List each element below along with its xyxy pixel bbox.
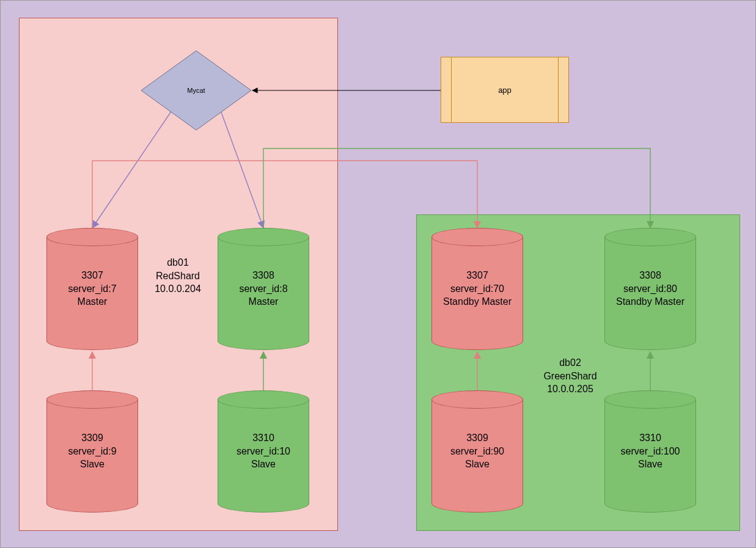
role: Master: [249, 296, 279, 307]
sid: server_id:10: [237, 446, 290, 456]
sid: server_id:90: [450, 446, 504, 456]
db02-ip: 10.0.0.205: [547, 384, 593, 394]
port: 3310: [252, 433, 274, 443]
mycat-label: Mycat: [141, 51, 251, 130]
role: Standby Master: [443, 296, 512, 307]
db-node-3307-standby: 3307 server_id:70 Standby Master: [431, 228, 523, 350]
port: 3309: [466, 433, 488, 443]
db01-ip: 10.0.0.204: [155, 283, 201, 294]
port: 3308: [252, 270, 274, 280]
port: 3308: [639, 270, 661, 280]
db02-label: db02 GreenShard 10.0.0.205: [527, 356, 613, 396]
db-node-3310-slave-b: 3310 server_id:100 Slave: [604, 390, 696, 513]
sid: server_id:70: [450, 283, 504, 294]
app-node: app: [441, 57, 569, 123]
db-node-3309-slave: 3309 server_id:9 Slave: [46, 390, 138, 513]
role: Standby Master: [616, 296, 684, 307]
db01-shard: RedShard: [156, 271, 200, 281]
db01-name: db01: [167, 257, 189, 268]
db-node-3307-master: 3307 server_id:7 Master: [46, 228, 138, 350]
role: Master: [78, 296, 108, 307]
db-node-3308-master: 3308 server_id:8 Master: [218, 228, 309, 350]
port: 3307: [466, 270, 488, 280]
sid: server_id:80: [623, 283, 677, 294]
sid: server_id:7: [68, 283, 116, 294]
role: Slave: [80, 459, 105, 469]
role: Slave: [251, 459, 276, 469]
diagram-canvas: Mycat app db01 RedShard 10.0.0.204 db02 …: [0, 0, 756, 548]
sid: server_id:8: [239, 283, 287, 294]
sid: server_id:100: [621, 446, 680, 456]
db02-name: db02: [559, 357, 581, 368]
mycat-node: Mycat: [141, 51, 251, 130]
db-node-3309-slave-b: 3309 server_id:90 Slave: [431, 390, 523, 513]
port: 3307: [81, 270, 103, 280]
sid: server_id:9: [68, 446, 116, 456]
app-label: app: [441, 57, 568, 122]
db02-shard: GreenShard: [543, 371, 596, 381]
port: 3309: [81, 433, 103, 443]
db-node-3310-slave: 3310 server_id:10 Slave: [218, 390, 309, 513]
role: Slave: [465, 459, 490, 469]
db01-label: db01 RedShard 10.0.0.204: [141, 256, 215, 296]
db-node-3308-standby: 3308 server_id:80 Standby Master: [604, 228, 696, 350]
port: 3310: [639, 433, 661, 443]
role: Slave: [638, 459, 662, 469]
